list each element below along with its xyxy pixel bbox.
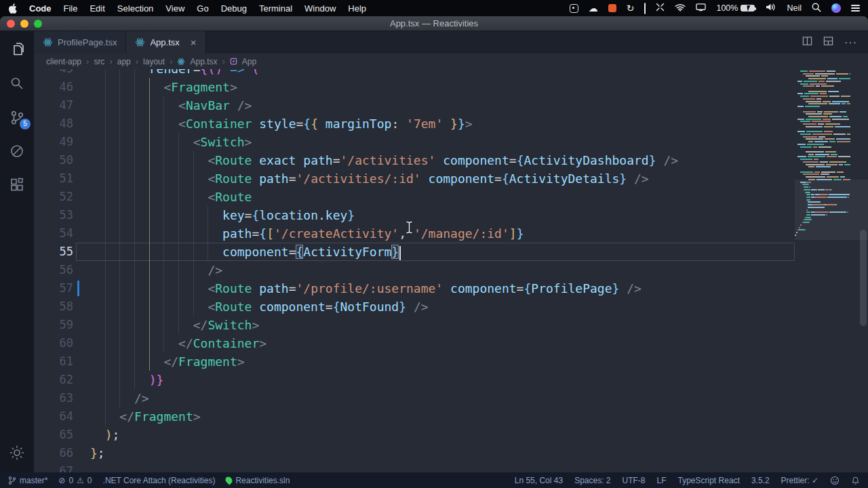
search-icon[interactable] bbox=[8, 75, 26, 92]
breadcrumb-item[interactable]: App.tsx bbox=[190, 57, 217, 66]
code-line-64[interactable]: 64 </Fragment> bbox=[34, 407, 795, 426]
menu-go[interactable]: Go bbox=[197, 3, 208, 14]
menu-window[interactable]: Window bbox=[304, 3, 336, 14]
code-line-50[interactable]: 50 <Route exact path='/activities' compo… bbox=[34, 151, 795, 169]
fast-user-switch-label[interactable]: Neil bbox=[787, 3, 802, 13]
battery-percent-label: 100% bbox=[716, 3, 738, 13]
source-control-icon[interactable]: 5 bbox=[8, 108, 26, 126]
explorer-icon[interactable] bbox=[8, 41, 26, 58]
volume-icon[interactable] bbox=[765, 3, 776, 14]
code-line-61[interactable]: 61 </Fragment> bbox=[34, 352, 795, 371]
tab-app[interactable]: App.tsx × bbox=[126, 31, 205, 54]
code-line-46[interactable]: 46 <Fragment> bbox=[34, 78, 795, 96]
spotlight-search-icon[interactable] bbox=[812, 3, 821, 14]
debug-config-status[interactable]: .NET Core Attach (Reactivities) bbox=[103, 476, 216, 485]
code-line-66[interactable]: 66}; bbox=[34, 444, 795, 462]
code-line-62[interactable]: 62 )} bbox=[34, 371, 795, 389]
feedback-smiley-icon[interactable] bbox=[830, 476, 840, 485]
gutter bbox=[73, 371, 90, 389]
menu-code[interactable]: Code bbox=[29, 3, 52, 14]
code-text: <Container style={{ marginTop: '7em' }}> bbox=[90, 115, 795, 133]
breadcrumb-item[interactable]: client-app bbox=[46, 57, 81, 66]
status-menu-icon[interactable] bbox=[570, 4, 578, 13]
git-branch-status[interactable]: master* bbox=[8, 476, 47, 485]
breadcrumb-item[interactable]: App bbox=[242, 57, 256, 66]
minimize-window-button[interactable] bbox=[20, 20, 28, 28]
code-editor[interactable]: 45 render={() => (46 <Fragment>47 <NavBa… bbox=[34, 69, 868, 472]
debug-icon[interactable] bbox=[8, 142, 26, 160]
menu-view[interactable]: View bbox=[165, 3, 184, 14]
battery-indicator[interactable]: 100% bbox=[716, 3, 755, 13]
code-line-60[interactable]: 60 </Container> bbox=[34, 334, 795, 352]
code-line-67[interactable]: 67 bbox=[34, 462, 795, 472]
wifi-icon[interactable] bbox=[675, 3, 686, 14]
breadcrumb-item[interactable]: layout bbox=[143, 57, 165, 66]
mouse-cursor bbox=[406, 221, 413, 237]
code-line-55[interactable]: 55 component={ActivityForm} bbox=[34, 243, 795, 261]
code-text: ); bbox=[90, 426, 795, 444]
code-line-57[interactable]: 57 <Route path='/profile/:username' comp… bbox=[34, 279, 795, 298]
line-number: 54 bbox=[34, 224, 73, 243]
more-actions-icon[interactable]: ··· bbox=[844, 39, 857, 46]
language-mode-status[interactable]: TypeScript React bbox=[678, 476, 740, 485]
editor-layout-icon[interactable] bbox=[823, 36, 833, 49]
gutter bbox=[73, 261, 90, 279]
code-line-56[interactable]: 56 /> bbox=[34, 261, 795, 279]
minimap[interactable] bbox=[795, 70, 850, 239]
menu-file[interactable]: File bbox=[64, 3, 78, 14]
menu-help[interactable]: Help bbox=[348, 3, 366, 14]
breadcrumb-item[interactable]: app bbox=[117, 57, 131, 66]
cloud-icon[interactable]: ☁ bbox=[589, 3, 598, 14]
encoding-status[interactable]: UTF-8 bbox=[623, 476, 646, 485]
problems-status[interactable]: ⊘ 0 ⚠ 0 bbox=[58, 476, 92, 485]
code-line-59[interactable]: 59 </Switch> bbox=[34, 316, 795, 334]
window-title-bar[interactable]: App.tsx — Reactivities bbox=[0, 16, 868, 31]
solution-status[interactable]: Reactivities.sln bbox=[226, 476, 290, 485]
code-line-52[interactable]: 52 <Route bbox=[34, 188, 795, 206]
line-number: 62 bbox=[34, 371, 73, 389]
apple-menu-icon[interactable] bbox=[8, 3, 17, 14]
extensions-icon[interactable] bbox=[8, 176, 26, 194]
window-manager-icon[interactable] bbox=[656, 3, 665, 14]
vertical-scrollbar[interactable] bbox=[860, 230, 867, 326]
menu-terminal[interactable]: Terminal bbox=[259, 3, 292, 14]
line-number: 61 bbox=[34, 352, 73, 371]
tab-profilepage[interactable]: ProfilePage.tsx bbox=[34, 31, 126, 54]
zoom-window-button[interactable] bbox=[34, 20, 42, 28]
code-line-53[interactable]: 53 key={location.key} bbox=[34, 206, 795, 224]
input-source-icon[interactable] bbox=[644, 3, 646, 14]
siri-icon[interactable] bbox=[831, 3, 841, 13]
code-line-54[interactable]: 54 path={['/createActivity', '/manage/:i… bbox=[34, 224, 795, 243]
code-line-45[interactable]: 45 render={() => ( bbox=[34, 69, 795, 78]
code-line-63[interactable]: 63 /> bbox=[34, 389, 795, 407]
settings-gear-icon[interactable] bbox=[8, 444, 26, 462]
code-line-51[interactable]: 51 <Route path='/activities/:id' compone… bbox=[34, 169, 795, 188]
prettier-status[interactable]: Prettier: ✓ bbox=[781, 476, 818, 485]
code-line-48[interactable]: 48 <Container style={{ marginTop: '7em' … bbox=[34, 115, 795, 133]
notifications-bell-icon[interactable] bbox=[851, 476, 860, 485]
menu-debug[interactable]: Debug bbox=[221, 3, 247, 14]
menu-edit[interactable]: Edit bbox=[90, 3, 104, 14]
gutter bbox=[73, 462, 90, 472]
code-line-58[interactable]: 58 <Route component={NotFound} /> bbox=[34, 298, 795, 316]
code-line-65[interactable]: 65 ); bbox=[34, 426, 795, 444]
screen-record-icon[interactable] bbox=[608, 4, 616, 12]
line-number: 46 bbox=[34, 78, 73, 96]
cursor-position-status[interactable]: Ln 55, Col 43 bbox=[515, 476, 563, 485]
notification-center-icon[interactable] bbox=[851, 5, 860, 12]
code-line-47[interactable]: 47 <NavBar /> bbox=[34, 96, 795, 115]
close-window-button[interactable] bbox=[7, 20, 15, 28]
time-machine-icon[interactable]: ↻ bbox=[627, 3, 635, 13]
split-editor-icon[interactable] bbox=[802, 36, 812, 49]
indentation-status[interactable]: Spaces: 2 bbox=[574, 476, 610, 485]
code-lines: 45 render={() => (46 <Fragment>47 <NavBa… bbox=[34, 69, 795, 472]
typescript-version-status[interactable]: 3.5.2 bbox=[751, 476, 770, 485]
menu-selection[interactable]: Selection bbox=[117, 3, 153, 14]
branch-label: master* bbox=[20, 476, 47, 485]
display-mirroring-icon[interactable] bbox=[696, 3, 706, 14]
code-line-49[interactable]: 49 <Switch> bbox=[34, 133, 795, 151]
close-tab-icon[interactable]: × bbox=[191, 37, 197, 48]
eol-status[interactable]: LF bbox=[657, 476, 667, 485]
breadcrumb-item[interactable]: src bbox=[94, 57, 104, 66]
line-number: 66 bbox=[34, 444, 73, 462]
